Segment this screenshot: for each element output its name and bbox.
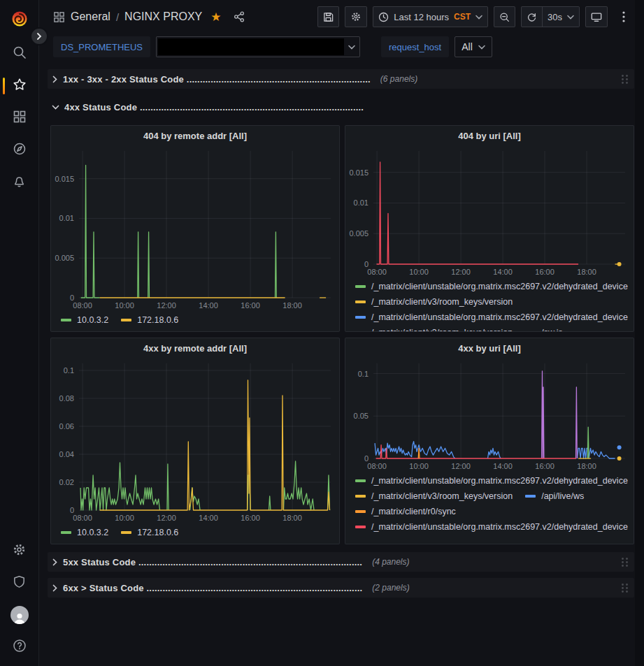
legend-item[interactable]: 172.18.0.6 — [121, 313, 178, 327]
legend-item[interactable]: /_matrix/client/unstable/org.matrix.msc2… — [355, 280, 628, 294]
svg-text:0.015: 0.015 — [349, 168, 368, 177]
row-panel-count: (6 panels) — [380, 74, 417, 84]
svg-text:18:00: 18:00 — [282, 514, 302, 522]
bell-icon — [12, 174, 27, 191]
series-label: /_matrix/client/v3/room_keys/version — [371, 297, 513, 307]
panel-title[interactable]: 404 by remote addr [All] — [51, 126, 339, 145]
compass-icon — [12, 141, 27, 159]
time-range-label: Last 12 hours — [394, 12, 449, 22]
series-color-swatch — [355, 510, 366, 513]
sidebar-item-dashboards[interactable] — [0, 102, 38, 134]
refresh-interval-picker[interactable]: 30s — [543, 6, 580, 27]
row-drag-handle[interactable] — [621, 74, 629, 85]
legend-item[interactable]: 10.0.3.2 — [61, 313, 108, 327]
panel-4xx-by-uri: 4xx by uri [All] 00.050.108:0010:0012:00… — [345, 338, 634, 544]
clock-icon — [378, 12, 389, 22]
series-label: /_matrix/client/r0/sync — [371, 507, 456, 516]
chart-svg: 00.020.040.060.080.108:0010:0012:0014:00… — [51, 358, 339, 524]
series-label: /_matrix/client/unstable/org.matrix.msc2… — [371, 282, 628, 291]
chevron-down-icon — [567, 15, 574, 20]
row-6xx[interactable]: 6xx > Status Code ......................… — [48, 578, 634, 598]
svg-text:16:00: 16:00 — [241, 301, 260, 310]
zoom-out-time-button[interactable] — [494, 6, 515, 27]
svg-text:12:00: 12:00 — [451, 462, 471, 470]
row-1xx-3xx-2xx[interactable]: 1xx - 3xx - 2xx Status Code ............… — [48, 69, 634, 89]
panel-404-by-uri: 404 by uri [All] 00.0050.010.01508:0010:… — [345, 125, 634, 332]
legend-item[interactable]: 10.0.3.2 — [61, 526, 108, 540]
breadcrumb-section[interactable]: General — [71, 10, 110, 23]
help-icon — [12, 638, 27, 656]
time-range-picker[interactable]: Last 12 hours CST — [373, 6, 488, 27]
legend-item[interactable]: /_matrix/client/v3/room_keys/version — [355, 326, 513, 331]
svg-text:08:00: 08:00 — [367, 462, 387, 470]
series-color-swatch — [121, 531, 131, 534]
datasource-variable-select[interactable] — [156, 36, 360, 57]
panel-title[interactable]: 404 by uri [All] — [345, 126, 634, 145]
request-host-variable-select[interactable]: All — [455, 36, 492, 57]
shield-icon — [12, 574, 27, 592]
series-label: 10.0.3.2 — [77, 528, 108, 537]
panel-legend: /_matrix/client/unstable/org.matrix.msc2… — [345, 472, 634, 544]
gear-icon — [12, 542, 27, 560]
legend-item[interactable]: /_matrix/client/v3/room_keys/version — [355, 489, 513, 503]
legend-item[interactable]: /_matrix/client/r0/sync — [355, 505, 456, 519]
svg-text:0.08: 0.08 — [59, 394, 74, 403]
row-title-leader: ........................................… — [136, 557, 362, 567]
series-color-swatch — [355, 479, 366, 482]
sidebar-item-explore[interactable] — [0, 134, 38, 166]
save-dashboard-button[interactable] — [317, 6, 339, 27]
row-drag-handle[interactable] — [621, 583, 629, 593]
refresh-button[interactable] — [521, 6, 543, 27]
legend-item[interactable]: 172.18.0.6 — [121, 526, 178, 540]
row-5xx[interactable]: 5xx Status Code ........................… — [48, 552, 634, 572]
row-drag-handle[interactable] — [621, 557, 629, 567]
datasource-variable-value-redacted — [158, 38, 344, 55]
svg-text:14:00: 14:00 — [199, 514, 218, 522]
kebab-menu-button[interactable] — [613, 6, 634, 27]
share-icon[interactable] — [234, 11, 245, 22]
legend-item[interactable]: /api/live/ws — [525, 489, 584, 503]
series-color-swatch — [355, 316, 366, 319]
legend-item[interactable]: /_matrix/client/unstable/org.matrix.msc2… — [355, 474, 628, 488]
svg-text:08:00: 08:00 — [367, 268, 387, 276]
legend-item[interactable]: /_matrix/client/unstable/org.matrix.msc2… — [355, 310, 628, 324]
star-icon — [12, 77, 27, 95]
chevron-down-icon — [475, 15, 482, 20]
variables-bar: DS_PROMETHEUS request_host All — [39, 34, 644, 64]
legend-item[interactable]: /sw.js — [525, 326, 563, 331]
sidebar-item-alerting[interactable] — [0, 166, 38, 198]
favorite-star-icon[interactable]: ★ — [210, 10, 221, 24]
svg-text:16:00: 16:00 — [535, 268, 554, 276]
row-title-leader: ........................................… — [137, 102, 364, 113]
row-4xx[interactable]: 4xx Status Code ........................… — [48, 97, 634, 117]
series-color-swatch — [121, 319, 131, 321]
legend-item[interactable]: /_matrix/client/unstable/org.matrix.msc2… — [355, 520, 628, 534]
sidebar-expand-button[interactable] — [30, 27, 48, 45]
svg-text:18:00: 18:00 — [577, 268, 596, 276]
request-host-variable-value: All — [461, 41, 473, 52]
sidebar-item-starred[interactable] — [0, 70, 38, 102]
panel-title[interactable]: 4xx by remote addr [All] — [51, 338, 339, 358]
series-color-swatch — [355, 495, 366, 498]
time-series-chart[interactable]: 00.020.040.060.080.108:0010:0012:0014:00… — [51, 358, 339, 524]
svg-text:0.005: 0.005 — [55, 254, 74, 262]
time-series-chart[interactable]: 00.050.108:0010:0012:0014:0016:0018:00 — [345, 358, 634, 472]
panel-title[interactable]: 4xx by uri [All] — [345, 338, 634, 358]
svg-text:10:00: 10:00 — [115, 514, 134, 522]
series-label: /api/live/ws — [541, 491, 584, 501]
sidebar-item-profile[interactable] — [0, 599, 38, 631]
sidebar-item-server-admin[interactable] — [0, 567, 38, 599]
tv-mode-button[interactable] — [585, 6, 608, 27]
dashboard-title[interactable]: NGINX PROXY — [124, 10, 202, 23]
panels-grid: 404 by remote addr [All] 00.0050.010.015… — [48, 125, 634, 544]
svg-text:16:00: 16:00 — [535, 462, 554, 470]
svg-text:0.015: 0.015 — [55, 175, 74, 183]
time-series-chart[interactable]: 00.0050.010.01508:0010:0012:0014:0016:00… — [345, 145, 634, 278]
svg-text:14:00: 14:00 — [493, 268, 513, 276]
sidebar-item-help[interactable] — [0, 631, 38, 663]
legend-item[interactable]: /_matrix/client/v3/room_keys/version — [355, 295, 513, 309]
dashboard-settings-button[interactable] — [345, 6, 367, 27]
time-series-chart[interactable]: 00.0050.010.01508:0010:0012:0014:0016:00… — [51, 145, 339, 312]
row-title: 5xx Status Code — [63, 557, 136, 567]
sidebar-item-configuration[interactable] — [0, 535, 38, 567]
